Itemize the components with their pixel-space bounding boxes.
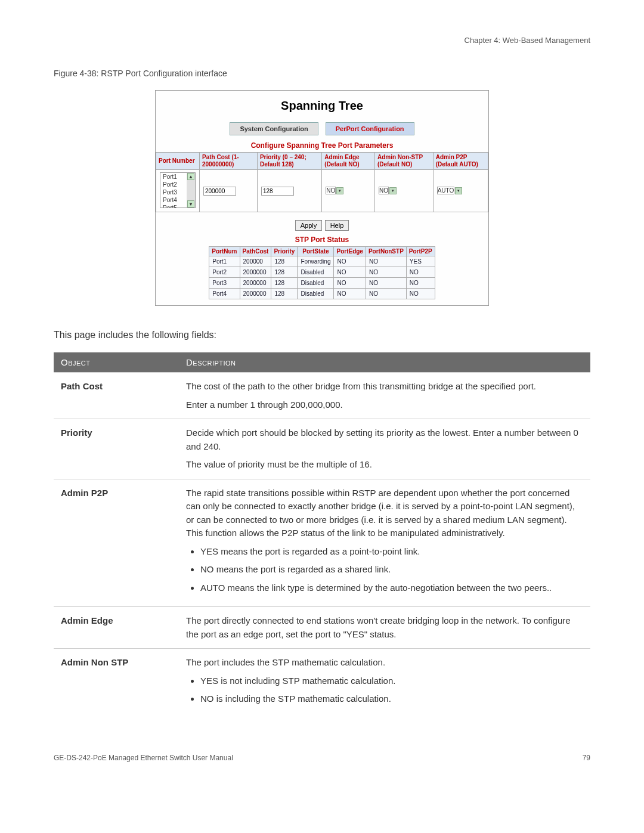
- help-button[interactable]: Help: [325, 220, 349, 231]
- col-adminedge: Admin Edge (Default NO): [322, 153, 375, 170]
- scroll-down-icon[interactable]: ▼: [187, 200, 194, 208]
- select-value: AUTO: [438, 187, 454, 194]
- desc-line: Decide which port should be blocked by s…: [186, 426, 583, 453]
- adminnonstp-select[interactable]: NO: [379, 187, 389, 194]
- field-name: Priority: [54, 419, 179, 479]
- field-name: Path Cost: [54, 373, 179, 419]
- bullet: YES means the port is regarded as a poin…: [200, 545, 583, 559]
- desc-line: The port directly connected to end stati…: [186, 614, 583, 641]
- port-list[interactable]: Port1 Port2 Port3 Port4 Port5 ▲ ▼: [160, 172, 196, 208]
- cell: Forwarding: [298, 256, 334, 267]
- status-col: PortP2P: [406, 247, 435, 256]
- status-col: PortNonSTP: [366, 247, 406, 256]
- table-row: Port42000000128DisabledNONONO: [209, 289, 435, 299]
- cell: 128: [271, 267, 298, 278]
- status-heading: STP Port Status: [156, 236, 488, 244]
- desc-line: The cost of the path to the other bridge…: [186, 380, 583, 394]
- screenshot-title: Spanning Tree: [156, 91, 488, 119]
- cell: Port3: [209, 278, 240, 289]
- field-name: Admin Non STP: [54, 649, 179, 718]
- cell: NO: [334, 256, 366, 267]
- chevron-down-icon[interactable]: ▾: [389, 187, 397, 194]
- intro-text: This page includes the following fields:: [54, 330, 590, 340]
- cell: Disabled: [298, 278, 334, 289]
- bullet: AUTO means the link type is determined b…: [200, 581, 583, 595]
- status-table: PortNum PathCost Priority PortState Port…: [209, 246, 435, 299]
- cell: 2000000: [240, 289, 271, 299]
- status-col: PortState: [298, 247, 334, 256]
- cell: 128: [271, 278, 298, 289]
- adminedge-select[interactable]: NO: [326, 187, 336, 194]
- status-col: PortEdge: [334, 247, 366, 256]
- cell: 2000000: [240, 267, 271, 278]
- desc-line: The port includes the STP mathematic cal…: [186, 656, 583, 670]
- footer-page-number: 79: [583, 754, 590, 762]
- table-row: Port1200000128ForwardingNONOYES: [209, 256, 435, 267]
- fields-table: Object Description Path Cost The cost of…: [54, 352, 590, 718]
- tab-system-configuration[interactable]: System Configuration: [230, 122, 318, 135]
- status-col: PathCost: [240, 247, 271, 256]
- footer-manual-name: GE-DS-242-PoE Managed Ethernet Switch Us…: [54, 754, 233, 762]
- desc-line: Enter a number 1 through 200,000,000.: [186, 398, 583, 412]
- cell: NO: [406, 267, 435, 278]
- page-header: Chapter 4: Web-Based Management: [54, 36, 590, 45]
- scroll-up-icon[interactable]: ▲: [187, 173, 194, 180]
- field-description: The port directly connected to end stati…: [179, 607, 590, 649]
- table-row: Port32000000128DisabledNONONO: [209, 278, 435, 289]
- cell: NO: [406, 289, 435, 299]
- fields-header-object: Object: [54, 352, 179, 373]
- cell: YES: [406, 256, 435, 267]
- col-adminnonstp: Admin Non-STP (Default NO): [374, 153, 433, 170]
- fields-header-description: Description: [179, 352, 590, 373]
- figure-caption: Figure 4-38: RSTP Port Configuration int…: [54, 69, 590, 78]
- apply-button[interactable]: Apply: [295, 220, 323, 231]
- cell: Disabled: [298, 267, 334, 278]
- cell: NO: [406, 278, 435, 289]
- cell: Disabled: [298, 289, 334, 299]
- priority-input[interactable]: [261, 187, 294, 196]
- cell: 128: [271, 256, 298, 267]
- status-col: Priority: [271, 247, 298, 256]
- cell: NO: [334, 289, 366, 299]
- adminp2p-select[interactable]: AUTO: [437, 187, 455, 194]
- cell: NO: [366, 289, 406, 299]
- scrollbar[interactable]: ▲ ▼: [187, 173, 195, 208]
- col-priority: Priority (0 – 240; Default 128): [257, 153, 321, 170]
- select-value: NO: [379, 187, 388, 194]
- cell: Port1: [209, 256, 240, 267]
- cell: NO: [334, 267, 366, 278]
- field-description: The rapid state transitions possible wit…: [179, 479, 590, 607]
- cell: 2000000: [240, 278, 271, 289]
- field-name: Admin P2P: [54, 479, 179, 607]
- cell: NO: [366, 278, 406, 289]
- field-description: The cost of the path to the other bridge…: [179, 373, 590, 419]
- chevron-down-icon[interactable]: ▾: [455, 187, 462, 194]
- bullet: YES is not including STP mathematic calc…: [200, 674, 583, 688]
- cell: Port4: [209, 289, 240, 299]
- desc-line: The value of priority must be the multip…: [186, 458, 583, 472]
- cell: Port2: [209, 267, 240, 278]
- chevron-down-icon[interactable]: ▾: [336, 187, 343, 194]
- bullet: NO means the port is regarded as a share…: [200, 563, 583, 577]
- col-portnum: Port Number: [156, 153, 200, 170]
- field-description: The port includes the STP mathematic cal…: [179, 649, 590, 718]
- field-description: Decide which port should be blocked by s…: [179, 419, 590, 479]
- col-adminp2p: Admin P2P (Default AUTO): [433, 153, 488, 170]
- cell: NO: [366, 256, 406, 267]
- field-name: Admin Edge: [54, 607, 179, 649]
- config-table: Port Number Path Cost (1-200000000) Prio…: [156, 152, 488, 212]
- tab-perport-configuration[interactable]: PerPort Configuration: [326, 122, 414, 135]
- cell: NO: [366, 267, 406, 278]
- cell: 200000: [240, 256, 271, 267]
- cell: 128: [271, 289, 298, 299]
- page-footer: GE-DS-242-PoE Managed Ethernet Switch Us…: [54, 754, 590, 762]
- table-row: Port22000000128DisabledNONONO: [209, 267, 435, 278]
- desc-line: The rapid state transitions possible wit…: [186, 487, 583, 540]
- cell: NO: [334, 278, 366, 289]
- pathcost-input[interactable]: [203, 187, 236, 196]
- bullet: NO is including the STP mathematic calcu…: [200, 692, 583, 706]
- config-screenshot: Spanning Tree System Configuration PerPo…: [155, 90, 489, 306]
- col-pathcost: Path Cost (1-200000000): [200, 153, 258, 170]
- configure-heading: Configure Spanning Tree Port Parameters: [156, 141, 488, 150]
- status-col: PortNum: [209, 247, 240, 256]
